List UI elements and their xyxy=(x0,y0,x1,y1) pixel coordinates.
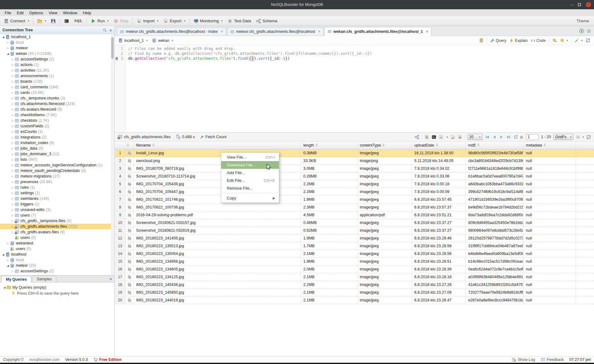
tree-item[interactable]: ▷meteor xyxy=(0,45,111,51)
table-row[interactable]: 14IMG_20180223_135054.jpg2.1MBimage/jpeg… xyxy=(115,250,594,258)
tab-samples[interactable]: Samples xyxy=(32,276,56,282)
row-preview-cell[interactable] xyxy=(125,227,134,234)
query-button[interactable]: Query xyxy=(490,38,506,43)
tree-item[interactable]: ▷integrations(2) xyxy=(0,134,111,140)
editor-tab[interactable]: wekan:cfs_gridfs.attachments.files@local… xyxy=(324,27,431,36)
tree-item[interactable]: ▷users(7) xyxy=(0,213,111,218)
expanded-icon[interactable]: ◢ xyxy=(6,264,10,267)
export-button[interactable]: Export▾ xyxy=(161,17,188,25)
collapsed-icon[interactable]: ▷ xyxy=(11,158,15,161)
row-preview-cell[interactable] xyxy=(125,188,134,195)
table-row[interactable]: 12IMG_20180223_141405.jpg1.9MBimage/jpeg… xyxy=(115,235,594,242)
tree-item[interactable]: ▷invitation_codes(6) xyxy=(0,140,111,146)
collapsed-icon[interactable]: ▷ xyxy=(11,91,15,94)
tree-item[interactable]: ▷actions(1) xyxy=(0,62,111,68)
collapsed-icon[interactable]: ▷ xyxy=(11,164,15,167)
collapsed-icon[interactable]: ▷ xyxy=(11,192,15,195)
collapsed-icon[interactable]: ▷ xyxy=(11,130,15,133)
context-menu-item[interactable]: Edit File...Ctrl+E xyxy=(221,177,279,184)
collapsed-icon[interactable]: ▷ xyxy=(11,186,15,189)
expanded-icon[interactable]: ◢ xyxy=(1,36,5,38)
tree-item[interactable]: ▷cfs._tempstore.chunks(2) xyxy=(0,95,111,101)
collapsed-icon[interactable]: ▷ xyxy=(11,181,15,183)
tree-item[interactable]: users(0) xyxy=(0,246,111,252)
show-log-button[interactable]: Show Log xyxy=(512,357,535,362)
favorites-button[interactable]: ▾ xyxy=(560,38,568,43)
sort-icon[interactable] xyxy=(127,143,129,148)
tree-item[interactable]: ▷accountSettings(2) xyxy=(0,56,111,62)
expand-queries-icon[interactable]: » xyxy=(109,276,112,281)
tree-item[interactable]: ▷meteor-migrations(27) xyxy=(0,173,111,179)
tree-item[interactable]: ▷presences(33.6K) xyxy=(0,179,111,185)
theme-label[interactable]: Theme xyxy=(577,19,594,23)
close-tab-icon[interactable]: × xyxy=(221,29,223,34)
collapsed-icon[interactable]: ▷ xyxy=(11,69,15,72)
tree-item[interactable]: ▷triggers(1) xyxy=(0,201,111,207)
context-menu-item[interactable]: Copy▶ xyxy=(221,194,279,202)
close-tab-icon[interactable]: × xyxy=(318,29,320,34)
row-preview-cell[interactable] xyxy=(125,149,134,157)
tree-item[interactable]: ▷local xyxy=(0,257,111,263)
context-menu-item[interactable]: View File...Ctrl+I xyxy=(221,153,279,161)
page-number-input[interactable] xyxy=(526,134,539,140)
editor-tab[interactable]: meteor:cfs_gridfs.attachments.files@loca… xyxy=(227,27,323,36)
my-queries-root-label[interactable]: My Queries (empty) xyxy=(12,285,46,290)
first-page-icon[interactable] xyxy=(485,135,490,139)
tree-item[interactable]: ▷cfs.avatars.filerecord(9) xyxy=(0,107,111,112)
maximize-icon[interactable] xyxy=(578,3,581,6)
tree-item[interactable]: ▷card_comments(194) xyxy=(0,84,111,90)
collapsed-icon[interactable]: ▷ xyxy=(11,214,15,217)
tree-item[interactable]: ▷settings(1) xyxy=(0,190,111,196)
table-row[interactable]: 11Screenshot_20180621-032819.jpg0.52MBim… xyxy=(115,227,594,235)
table-row[interactable]: 13IMG_20180223_135513.jpg1.7MBimage/jpeg… xyxy=(115,242,594,250)
tree-item[interactable]: ◢localhost xyxy=(0,252,111,257)
next-page-icon[interactable] xyxy=(499,135,504,139)
row-preview-cell[interactable] xyxy=(125,180,134,188)
column-header-uploadDate[interactable]: uploadDate xyxy=(412,142,466,149)
monitoring-button[interactable]: Monitoring▾ xyxy=(191,17,225,25)
table-row[interactable]: 19IMG_20180223_145650.jpg2.1MBimage/jpeg… xyxy=(115,289,594,296)
collapsed-icon[interactable]: ▷ xyxy=(11,136,15,139)
collapsed-icon[interactable]: ▷ xyxy=(11,80,15,83)
collapsed-icon[interactable]: ▷ xyxy=(11,114,15,116)
query-editor[interactable]: 1// Files can be added easily with drag … xyxy=(115,45,594,132)
sort-icon[interactable] xyxy=(543,143,546,148)
menu-help[interactable]: Help xyxy=(80,10,94,16)
tree-item[interactable]: ▷rules(1) xyxy=(0,185,111,190)
schema-button[interactable]: Schema xyxy=(253,17,280,25)
close-tab-icon[interactable]: × xyxy=(426,29,428,34)
cart-icon[interactable] xyxy=(93,357,98,362)
collapsed-icon[interactable]: ▷ xyxy=(11,108,15,111)
context-menu-item[interactable]: Remove File... xyxy=(221,184,279,192)
row-preview-cell[interactable] xyxy=(125,242,134,250)
delete-document-icon[interactable] xyxy=(458,135,462,139)
table-row[interactable]: 16IMG_20180223_134605.jpg2.0MBimage/jpeg… xyxy=(115,265,594,273)
table-row[interactable]: 10Screenshot_20180621-033157.jpg0.46MBim… xyxy=(115,219,594,227)
tree-item[interactable]: ▷meteor_accounts_loginServiceConfigurati… xyxy=(0,162,111,168)
collapsed-icon[interactable]: ▷ xyxy=(11,97,15,100)
row-preview-cell[interactable] xyxy=(125,281,134,288)
collapsed-icon[interactable]: ▷ xyxy=(11,169,15,172)
sort-icon[interactable] xyxy=(382,143,385,148)
row-preview-cell[interactable] xyxy=(125,289,134,296)
feedback-button[interactable]: Feedback xyxy=(541,357,564,362)
tree-item[interactable]: ▷activities(11.1K) xyxy=(0,68,111,73)
test-data-button[interactable]: Test Data xyxy=(225,17,253,25)
sort-icon[interactable] xyxy=(315,143,318,148)
column-header-metadata[interactable]: metadata xyxy=(523,142,576,149)
table-row[interactable]: 6IMG_20170704_105447.jpg2.2MBimage/jpeg7… xyxy=(115,188,594,196)
collapsed-icon[interactable]: ▷ xyxy=(11,103,15,105)
collapsed-icon[interactable]: ▷ xyxy=(11,175,15,178)
column-header-md5[interactable]: md5 xyxy=(466,142,523,149)
sort-icon[interactable] xyxy=(477,143,480,148)
new-tab-icon[interactable] xyxy=(579,29,584,33)
table-row[interactable]: 3IMG_20180709_080719.jpg3.0MBimage/jpeg7… xyxy=(115,165,594,173)
import-button[interactable]: Import▾ xyxy=(134,17,161,25)
collapsed-icon[interactable]: ▷ xyxy=(11,86,15,89)
tree-item[interactable]: ▷swimlanes(144) xyxy=(0,196,111,201)
sidebar-scrollbar[interactable] xyxy=(111,35,114,274)
collapsed-icon[interactable]: ▷ xyxy=(6,259,10,261)
column-header-contentType[interactable]: contentType xyxy=(357,142,412,149)
expanded-icon[interactable]: ◢ xyxy=(6,52,10,55)
collapsed-icon[interactable]: ▷ xyxy=(6,41,10,44)
